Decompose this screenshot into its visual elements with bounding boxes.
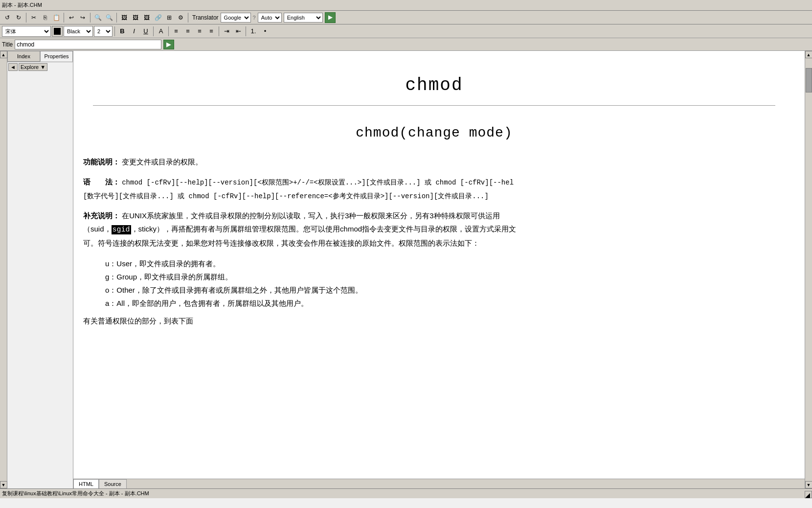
supplement-text3: ，sticky），再搭配拥有者与所属群组管理权限范围。您可以使用chmod指令去… [131,225,517,233]
font-size-select[interactable]: 2 [94,26,113,37]
english-select[interactable]: English [284,13,323,23]
google-select[interactable]: Google [221,13,251,23]
align-center-btn[interactable]: ≡ [182,26,193,37]
right-scrollbar: ▲ ▼ ◢ [805,51,812,488]
scroll-right-up[interactable]: ▲ [805,51,812,58]
image3-btn[interactable]: 🖼 [141,12,152,23]
supplement-text4: 可。符号连接的权限无法变更，如果您对符号连接修改权限，其改变会作用在被连接的原始… [83,236,785,250]
scroll-right-track [806,58,812,481]
search2-btn[interactable]: 🔍 [104,12,114,23]
tab-index[interactable]: Index [7,51,40,62]
translator-label: Translator [192,14,219,21]
function-text: 变更文件或目录的权限。 [122,158,203,166]
translate-go-button[interactable]: ▶ [325,12,336,23]
highlight-sgid: sgid [112,225,131,234]
item-g: g：Group，即文件或目录的所属群组。 [98,270,785,283]
toolbar2: 宋体 Black 2 B I U A ≡ ≡ ≡ ≡ ⇥ ⇤ 1. • [0,24,812,38]
undo-btn[interactable]: ↩ [66,12,77,23]
title-input[interactable] [15,40,161,49]
supplement-text1: 在UNIX系统家族里，文件或目录权限的控制分别以读取，写入，执行3种一般权限来区… [122,211,500,220]
outdent-btn[interactable]: ⇤ [233,26,244,37]
underline-button[interactable]: U [140,26,151,37]
title-go-button[interactable]: ▶ [163,40,174,49]
search-btn[interactable]: 🔍 [92,12,103,23]
highlight-btn[interactable]: A [156,26,166,37]
redo-btn[interactable]: ↪ [77,12,88,23]
bold-button[interactable]: B [117,26,128,37]
sep1 [26,13,26,23]
paste-btn[interactable]: 📋 [51,12,62,23]
font-family-select[interactable]: 宋体 [2,26,51,37]
title-hr [93,105,775,106]
settings-btn[interactable]: ⚙ [175,12,186,23]
tab-html[interactable]: HTML [73,479,99,489]
scroll-thumb[interactable] [806,68,812,92]
supplement-text2: （suid， [83,225,112,233]
sep3 [90,13,90,23]
font-color-select[interactable]: Black [64,26,93,37]
translator-section: Translator Google ? Auto English ▶ [192,12,336,23]
list-ul-btn[interactable]: • [260,26,271,37]
sidebar-tabs: Index Properties [7,51,73,62]
sep-fmt4 [219,26,219,36]
font-color-box[interactable] [52,26,63,37]
forward-btn[interactable]: ↻ [13,12,24,23]
function-block: 功能说明： 变更文件或目录的权限。 [83,155,785,168]
statusbar: 复制课程\linux基础教程\Linux常用命令大全 - 副本 - 副本.CHM [0,488,812,498]
refresh-btn[interactable]: ↺ [2,12,13,23]
title-bar: 副本 - 副本.CHM [0,0,812,11]
cut-btn[interactable]: ✂ [28,12,39,23]
list-ol-btn[interactable]: 1. [248,26,259,37]
item-o: o：Other，除了文件或目录拥有者或所属群组之外，其他用户皆属于这个范围。 [98,283,785,297]
window-title: 副本 - 副本.CHM [2,1,42,9]
sep5 [188,13,188,23]
media-buttons: 🖼 🖼 🖼 🔗 ⊞ ⚙ [119,12,186,23]
tab-properties[interactable]: Properties [40,51,73,62]
scroll-corner: ◢ [805,491,812,498]
item-a: a：All，即全部的用户，包含拥有者，所属群组以及其他用户。 [98,297,785,310]
supplement-block: 补充说明： 在UNIX系统家族里，文件或目录权限的控制分别以读取，写入，执行3种… [83,209,785,250]
sep2 [64,13,64,23]
title-label: Title [2,41,13,48]
supplement-line2: （suid，sgid，sticky），再搭配拥有者与所属群组管理权限范围。您可以… [83,222,785,236]
section-title: chmod(change mode) [83,125,785,140]
more-text-content: 有关普通权限位的部分，到表下面 [83,317,193,325]
nav-back-btn[interactable]: ◄ [8,63,18,71]
item-u: u：User，即文件或目录的拥有者。 [98,257,785,270]
link-btn[interactable]: 🔗 [153,12,163,23]
sep-fmt2 [153,26,154,36]
syntax-line2: [数字代号][文件或目录...] 或 chmod [-cfRv][--help]… [83,191,785,202]
scroll-up-arrow[interactable]: ▲ [0,51,7,58]
divider-icon: ? [253,15,256,21]
image2-btn[interactable]: 🖼 [130,12,141,23]
sidebar-tools: ◄ Explore ▼ [7,62,73,72]
tab-source[interactable]: Source [99,479,127,489]
auto-select[interactable]: Auto [258,13,282,23]
main-layout: ▲ ▼ Index Properties ◄ Explore ▼ chmod c… [0,51,812,488]
italic-button[interactable]: I [129,26,139,37]
sep-fmt3 [168,26,169,36]
explore-dropdown[interactable]: Explore ▼ [19,63,47,71]
status-text: 复制课程\linux基础教程\Linux常用命令大全 - 副本 - 副本.CHM [2,490,149,497]
syntax-block: 语 法： chmod [-cfRv][--help][--version][<权… [83,176,785,202]
scroll-right-down[interactable]: ▼ [805,481,812,488]
bottom-tabs: HTML Source [73,479,805,488]
search-buttons: 🔍 🔍 [92,12,114,23]
copy-btn[interactable]: ⎘ [40,12,50,23]
align-justify-btn[interactable]: ≡ [206,26,217,37]
align-left-btn[interactable]: ≡ [171,26,181,37]
sep-fmt1 [114,26,115,36]
function-label: 功能说明： [83,158,120,166]
page-main-title: chmod [83,75,785,95]
content-area[interactable]: chmod chmod(change mode) 功能说明： 变更文件或目录的权… [73,51,805,479]
syntax-label: 语 法： [83,178,120,186]
content-wrapper: chmod chmod(change mode) 功能说明： 变更文件或目录的权… [73,51,805,488]
nav-buttons: ↺ ↻ [2,12,24,23]
table-btn[interactable]: ⊞ [164,12,175,23]
indent-btn[interactable]: ⇥ [221,26,232,37]
scroll-down-arrow[interactable]: ▼ [0,481,7,488]
edit-buttons: ✂ ⎘ 📋 [28,12,62,23]
image-btn[interactable]: 🖼 [119,12,130,23]
supplement-label: 补充说明： [83,211,120,220]
align-right-btn[interactable]: ≡ [194,26,205,37]
